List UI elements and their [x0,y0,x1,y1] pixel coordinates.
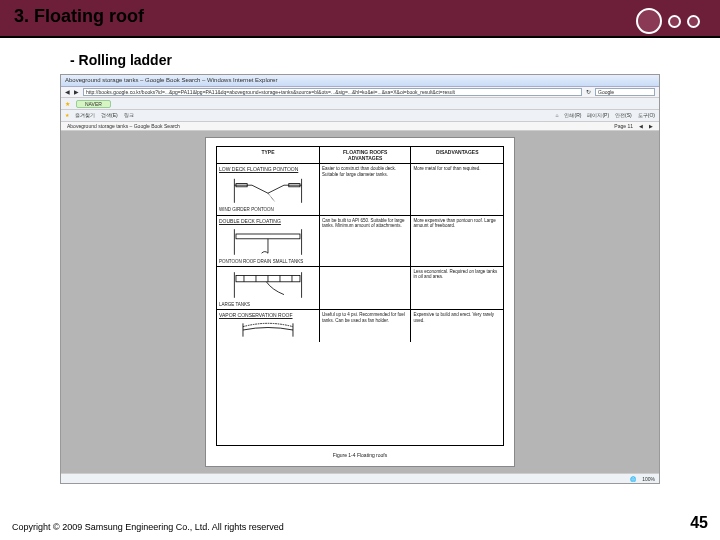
annotation: LARGE TANKS [219,302,250,307]
annotation: ROOF DRAIN [243,259,271,264]
large-tank-sketch-icon [219,269,317,301]
document-viewport[interactable]: TYPE FLOATING ROOFS ADVANTAGES DISADVANT… [61,131,659,473]
type-cell: LOW DECK FLOATING PONTOON WIND GIRDER [217,164,320,214]
toolbar-item[interactable]: 인쇄(R) [564,112,581,118]
slide-footer: Copyright © 2009 Samsung Engineering Co.… [12,514,708,532]
book-toolbar: Aboveground storage tanks – Google Book … [61,122,659,132]
page-number: 45 [690,514,708,532]
table-row: VAPOR CONSERVATION ROOF Useful up to 4 p… [217,310,503,342]
adv-cell: Easier to construct than double deck. Su… [320,164,412,214]
section-number: 3. [14,6,29,26]
type-cell: DOUBLE DECK FLOATING PONTOON ROOF DRAIN … [217,216,320,266]
table-title-cell: FLOATING ROOFS ADVANTAGES [320,147,412,163]
dis-cell: More expensive than pontoon roof. Large … [411,216,503,266]
tab-label: NAVER [85,101,102,107]
toolbar-item[interactable]: 즐겨찾기 [75,112,95,118]
address-bar-row: ◀ ▶ http://books.google.co.kr/books?id=.… [61,87,659,99]
toolbar-item[interactable]: 링크 [124,112,134,118]
adv-cell: Can be built to API 650. Suitable for la… [320,216,412,266]
decorative-dots [636,8,700,34]
slide-header: 3. Floating roof [0,0,720,38]
dot-icon [687,15,700,28]
forward-icon[interactable]: ▶ [74,88,79,95]
document-page: TYPE FLOATING ROOFS ADVANTAGES DISADVANT… [205,137,515,467]
browser-screenshot: Aboveground storage tanks – Google Book … [60,74,660,484]
table-row: DOUBLE DECK FLOATING PONTOON ROOF DRAIN … [217,216,503,267]
book-title: Aboveground storage tanks – Google Book … [67,123,180,129]
dis-cell: More metal for roof than required. [411,164,503,214]
subheading: - Rolling ladder [0,38,720,74]
table-header-row: TYPE FLOATING ROOFS ADVANTAGES DISADVANT… [217,147,503,164]
browser-tab[interactable]: NAVER [76,100,111,108]
dis-cell: Expensive to build and erect. Very rarel… [411,310,503,342]
annotation: PONTOON [219,259,242,264]
roof-type-label: LOW DECK FLOATING PONTOON [219,166,317,172]
tab-strip: ★ NAVER [61,98,659,110]
status-bar: 🌐 100% [61,473,659,483]
dot-icon [668,15,681,28]
pontoon-sketch-icon [219,174,317,206]
favorites-icon[interactable]: ★ [65,100,70,107]
roof-type-label: VAPOR CONSERVATION ROOF [219,312,317,318]
dot-icon [636,8,662,34]
back-icon[interactable]: ◀ [65,88,70,95]
toolbar-item[interactable]: 검색(E) [101,112,118,118]
vapor-roof-sketch-icon [219,320,317,340]
zoom-level[interactable]: 100% [642,476,655,482]
ie-toolbar: ★ 즐겨찾기 검색(E) 링크 ⌂ 인쇄(R) 페이지(P) 안전(S) 도구(… [61,110,659,122]
section-title: Floating roof [34,6,144,26]
window-titlebar: Aboveground storage tanks – Google Book … [61,75,659,87]
type-cell: VAPOR CONSERVATION ROOF [217,310,320,342]
window-title: Aboveground storage tanks – Google Book … [65,77,277,83]
roof-type-label: DOUBLE DECK FLOATING [219,218,317,224]
adv-cell: Useful up to 4 psi. Recommended for fuel… [320,310,412,342]
annotation: PONTOON [251,207,274,212]
search-input[interactable]: Google [595,88,655,96]
page-indicator: Page 11 [614,123,633,129]
header-adv: ADVANTAGES [348,155,382,161]
floating-roof-table: TYPE FLOATING ROOFS ADVANTAGES DISADVANT… [216,146,504,446]
header-dis: DISADVANTAGES [411,147,503,163]
internet-zone-icon: 🌐 [630,476,636,482]
toolbar-item[interactable]: 페이지(P) [587,112,609,118]
annotation: SMALL TANKS [273,259,303,264]
toolbar-item[interactable]: 안전(S) [615,112,632,118]
toolbar-item[interactable]: 도구(O) [638,112,655,118]
home-icon[interactable]: ⌂ [555,112,558,118]
svg-rect-8 [236,234,300,239]
address-input[interactable]: http://books.google.co.kr/books?id=...&p… [83,88,582,96]
table-row: LARGE TANKS Less economical. Required on… [217,267,503,310]
adv-cell [320,267,412,309]
type-cell: LARGE TANKS [217,267,320,309]
section-heading: 3. Floating roof [0,6,144,27]
refresh-icon[interactable]: ↻ [586,88,591,95]
figure-caption: Figure 1-4 Floating roofs [216,452,504,458]
copyright-text: Copyright © 2009 Samsung Engineering Co.… [12,522,284,532]
annotation: WIND GIRDER [219,207,250,212]
next-page-icon[interactable]: ▶ [649,123,653,129]
prev-page-icon[interactable]: ◀ [639,123,643,129]
dis-cell: Less economical. Required on large tanks… [411,267,503,309]
double-deck-sketch-icon [219,226,317,258]
star-icon[interactable]: ★ [65,112,69,118]
header-type: TYPE [217,147,320,163]
table-row: LOW DECK FLOATING PONTOON WIND GIRDER [217,164,503,215]
